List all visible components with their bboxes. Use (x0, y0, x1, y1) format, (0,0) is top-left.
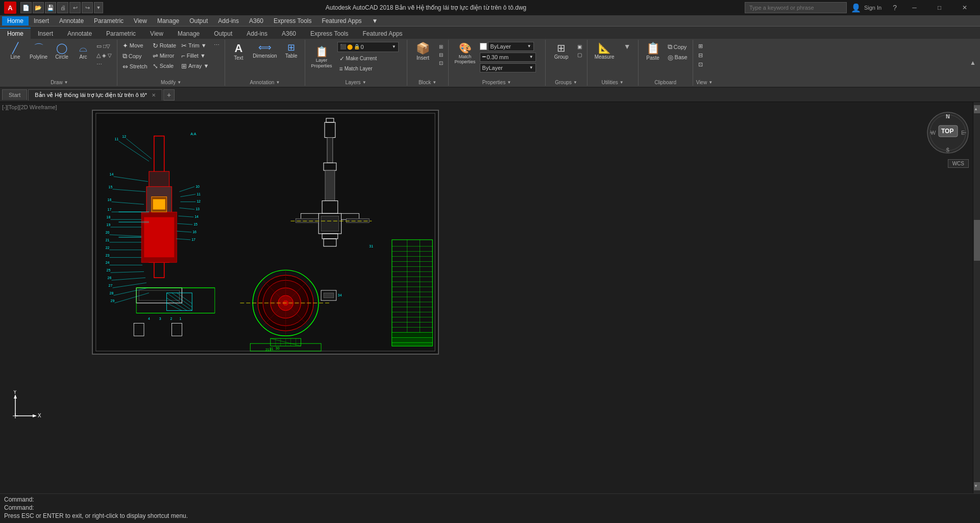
view-more-3[interactable]: ⊡ (696, 60, 705, 69)
tab-insert[interactable]: Insert (31, 29, 60, 39)
menu-manage[interactable]: Manage (152, 16, 184, 26)
scrollbar-down-btn[interactable]: ▼ (974, 482, 980, 490)
clipboard-group-label[interactable]: Clipboard (642, 79, 690, 86)
tab-annotate[interactable]: Annotate (60, 29, 99, 39)
line-btn[interactable]: ╱ Line (5, 41, 26, 62)
tab-parametric[interactable]: Parametric (99, 29, 143, 39)
scrollbar-thumb[interactable] (974, 220, 980, 261)
menu-home[interactable]: Home (2, 16, 29, 26)
modify-group-label[interactable]: Modify▼ (120, 79, 222, 86)
view-more-2[interactable]: ⊟ (696, 51, 705, 60)
modify-more[interactable]: ⋯ (212, 41, 222, 49)
group-btn[interactable]: ⊞ Group (549, 41, 574, 62)
block-more-3[interactable]: ⊡ (437, 59, 445, 67)
tab-view[interactable]: View (143, 29, 170, 39)
insert-btn[interactable]: 📦 Insert (410, 41, 436, 63)
measure-btn[interactable]: 📐 Measure (591, 41, 619, 62)
fillet-btn[interactable]: ⌐Fillet ▼ (179, 51, 211, 61)
mirror-btn[interactable]: ⇌Mirror (151, 51, 178, 61)
wcs-label[interactable]: WCS (948, 159, 969, 168)
arc-btn[interactable]: ⌓ Arc (73, 41, 93, 62)
view-group-label[interactable]: View▼ (696, 79, 713, 86)
utilities-group-label[interactable]: Utilities▼ (591, 79, 635, 86)
block-group-label[interactable]: Block▼ (410, 79, 445, 86)
menu-output[interactable]: Output (184, 16, 213, 26)
close-btn[interactable]: ✕ (953, 3, 976, 13)
circle-btn[interactable]: ◯ Circle (52, 41, 72, 62)
layers-group-label[interactable]: Layers▼ (308, 79, 404, 86)
menu-more[interactable]: ▼ (367, 16, 383, 26)
block-more-1[interactable]: ⊞ (437, 43, 445, 51)
drawing-tab[interactable]: Bản vẽ Hệ thống lái trợ lực điện từ trên… (28, 89, 162, 101)
quick-access-open[interactable]: 📂 (33, 2, 44, 13)
tab-output[interactable]: Output (207, 29, 239, 39)
groups-more-2[interactable]: ▢ (575, 51, 584, 59)
quick-access-undo[interactable]: ↩ (69, 2, 81, 13)
draw-more-1[interactable]: ▭□▽ (94, 42, 114, 51)
base-btn[interactable]: ◎Base (666, 53, 690, 62)
quick-access-save[interactable]: 💾 (45, 2, 56, 13)
layer-properties-btn[interactable]: 📋 LayerProperties (308, 44, 335, 71)
tab-close-btn[interactable]: ✕ (152, 92, 156, 98)
menu-featured[interactable]: Featured Apps (317, 16, 367, 26)
color-dropdown[interactable]: ByLayer ▼ (488, 42, 534, 51)
view-more-1[interactable]: ⊞ (696, 42, 705, 51)
clipboard-copy-btn[interactable]: ⧉Copy (666, 42, 690, 52)
tab-a360[interactable]: A360 (275, 29, 303, 39)
scrollbar-right[interactable]: ▲ ▼ (973, 102, 980, 493)
make-current-btn[interactable]: ✓Make Current (337, 54, 379, 63)
lineweight-dropdown[interactable]: ━ 0.30 mm ▼ (480, 53, 536, 62)
tab-home[interactable]: Home (0, 28, 31, 39)
linetype-dropdown[interactable]: ByLayer ▼ (480, 63, 536, 72)
tab-express[interactable]: Express Tools (303, 29, 355, 39)
scrollbar-up-btn[interactable]: ▲ (974, 105, 980, 113)
groups-group-label[interactable]: Groups▼ (549, 79, 584, 86)
menu-insert[interactable]: Insert (29, 16, 54, 26)
sign-in-label[interactable]: Sign In (864, 5, 881, 11)
utilities-more[interactable]: ▼ (620, 41, 635, 53)
help-icon[interactable]: ? (891, 3, 899, 13)
add-tab-btn[interactable]: + (163, 89, 175, 101)
menu-express[interactable]: Express Tools (268, 16, 316, 26)
move-btn[interactable]: ✦Move (120, 41, 150, 51)
text-btn[interactable]: A Text (228, 41, 249, 63)
tab-featured[interactable]: Featured Apps (356, 29, 410, 39)
menu-a360[interactable]: A360 (244, 16, 268, 26)
search-box[interactable] (745, 2, 847, 13)
trim-btn[interactable]: ✂Trim ▼ (179, 41, 211, 51)
draw-more-3[interactable]: ⋯ (94, 60, 114, 69)
start-tab[interactable]: Start (2, 89, 27, 100)
groups-more-1[interactable]: ▣ (575, 43, 584, 51)
properties-group-label[interactable]: Properties▼ (452, 79, 542, 86)
quick-access-redo[interactable]: ↪ (82, 2, 93, 13)
menu-view[interactable]: View (129, 16, 152, 26)
draw-more-2[interactable]: △◈ ▽ (94, 51, 114, 60)
draw-group-label[interactable]: Draw ▼ (5, 79, 114, 86)
match-properties-btn[interactable]: 🎨 MatchProperties (452, 41, 479, 67)
match-layer-btn[interactable]: ≡Match Layer (337, 64, 399, 73)
block-more-2[interactable]: ⊟ (437, 51, 445, 59)
paste-btn[interactable]: 📋 Paste (642, 41, 665, 63)
ribbon-collapse[interactable]: ▲ (968, 40, 978, 86)
array-btn[interactable]: ⊞Array ▼ (179, 61, 211, 71)
polyline-btn[interactable]: ⌒ Polyline (27, 41, 51, 62)
scale-btn[interactable]: ⤡Scale (151, 61, 178, 71)
quick-access-new[interactable]: 📄 (20, 2, 32, 13)
quick-access-print[interactable]: 🖨 (57, 2, 68, 13)
copy-btn[interactable]: ⧉Copy (120, 51, 150, 61)
minimize-btn[interactable]: ─ (903, 3, 926, 13)
dimension-btn[interactable]: ⟺ Dimension (250, 41, 280, 61)
stretch-btn[interactable]: ⇔Stretch (120, 62, 150, 71)
menu-annotate[interactable]: Annotate (54, 16, 89, 26)
maximize-btn[interactable]: □ (928, 3, 951, 13)
quick-access-dropdown[interactable]: ▼ (94, 2, 103, 13)
drawing-canvas[interactable]: 11 12 14 15 16 17 18 19 20 21 22 23 (92, 110, 439, 355)
annotation-group-label[interactable]: Annotation▼ (228, 79, 301, 86)
tab-addins[interactable]: Add-ins (239, 29, 275, 39)
tab-manage[interactable]: Manage (170, 29, 207, 39)
menu-parametric[interactable]: Parametric (89, 16, 129, 26)
menu-addins[interactable]: Add-ins (213, 16, 244, 26)
rotate-btn[interactable]: ↻Rotate (151, 41, 178, 51)
layer-dropdown[interactable]: ⬛ ⬤ 🔒 0 ▼ (337, 42, 399, 52)
table-btn[interactable]: ⊞ Table (281, 41, 302, 61)
